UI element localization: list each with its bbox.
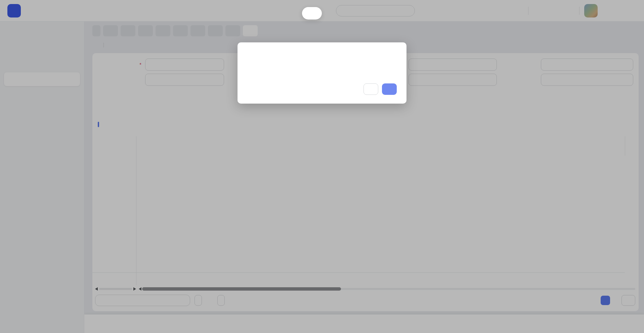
check-circle-icon (307, 10, 314, 16)
dialog-yes-button[interactable] (382, 83, 397, 95)
info-circle-icon (247, 52, 255, 60)
save-success-toast (302, 7, 322, 20)
confirm-dialog (238, 42, 406, 104)
dialog-no-button[interactable] (363, 83, 378, 95)
